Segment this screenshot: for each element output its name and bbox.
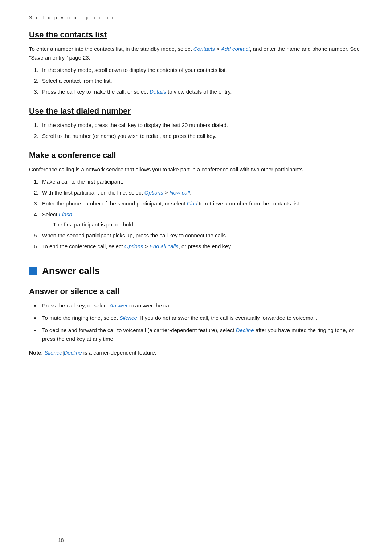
conference-step1-text: Make a call to the first participant. (42, 179, 123, 185)
answer-calls-title: Answer calls (42, 265, 100, 277)
section-title-answer-silence: Answer or silence a call (29, 287, 363, 296)
answer-bullet1-end: to answer the call. (128, 302, 173, 309)
page-number: 18 (58, 537, 64, 543)
silence-link-note[interactable]: Silence (45, 350, 62, 356)
conference-step-3: Enter the phone number of the second par… (40, 199, 363, 208)
contacts-intro-mid: > (215, 46, 221, 52)
note-line: Note: Silence|Decline is a carrier-depen… (29, 348, 363, 357)
conference-step2-mid: > (163, 189, 170, 196)
conference-step4-end: . (72, 211, 74, 217)
answer-silence-bullets: Press the call key, or select Answer to … (40, 301, 363, 343)
contacts-intro-text: To enter a number into the contacts list… (29, 46, 193, 52)
contacts-step-3: Press the call key to make the call, or … (40, 87, 363, 96)
section-blue-box (29, 267, 37, 275)
last-dialed-step-1: In the standby mode, press the call key … (40, 121, 363, 130)
answer-bullet-1: Press the call key, or select Answer to … (40, 301, 363, 310)
contacts-list-intro: To enter a number into the contacts list… (29, 45, 363, 62)
section-title-conference: Make a conference call (29, 151, 363, 160)
contacts-link[interactable]: Contacts (193, 46, 215, 52)
answer-calls-section: Answer calls (29, 265, 363, 277)
find-link[interactable]: Find (187, 200, 197, 207)
details-link[interactable]: Details (150, 89, 166, 95)
contacts-list-steps: In the standby mode, scroll down to disp… (40, 66, 363, 96)
conference-step3-end: to retrieve a number from the contacts l… (197, 200, 301, 207)
conference-intro: Conference calling is a network service … (29, 165, 363, 174)
conference-step6-mid: > (143, 243, 150, 249)
options-link-1[interactable]: Options (144, 189, 163, 196)
end-all-calls-link[interactable]: End all calls (150, 243, 179, 249)
conference-step5-text: When the second participant picks up, pr… (42, 232, 227, 238)
page-header: S e t u p y o u r p h o n e (29, 15, 363, 21)
contacts-step-1: In the standby mode, scroll down to disp… (40, 66, 363, 74)
contacts-step3-end: to view details of the entry. (166, 89, 232, 95)
last-dialed-steps: In the standby mode, press the call key … (40, 121, 363, 140)
answer-link[interactable]: Answer (110, 302, 128, 309)
conference-step4-sub: The first participant is put on hold. (53, 220, 363, 229)
add-contact-link[interactable]: Add contact (221, 46, 250, 52)
section-title-last-dialed: Use the last dialed number (29, 106, 363, 116)
conference-step-5: When the second participant picks up, pr… (40, 231, 363, 240)
note-label: Note: (29, 350, 45, 356)
last-dialed-step-2: Scroll to the number (or name) you wish … (40, 132, 363, 140)
conference-step-4: Select Flash. The first participant is p… (40, 210, 363, 229)
conference-steps: Make a call to the first participant. Wi… (40, 177, 363, 251)
answer-bullet1-text: Press the call key, or select (42, 302, 110, 309)
note-suffix: is a carrier-dependent feature. (82, 350, 156, 356)
conference-step4-text: Select (42, 211, 59, 217)
conference-step6-end: , or press the end key. (179, 243, 232, 249)
contacts-step3-text: Press the call key to make the call, or … (42, 89, 150, 95)
answer-bullet3-text: To decline and forward the call to voice… (42, 327, 236, 333)
silence-link[interactable]: Silence (119, 315, 137, 321)
decline-link-note[interactable]: Decline (64, 350, 82, 356)
conference-step-6: To end the conference call, select Optio… (40, 242, 363, 251)
answer-bullet2-text: To mute the ringing tone, select (42, 315, 119, 321)
conference-step6-text: To end the conference call, select (42, 243, 124, 249)
answer-bullet2-end: . If you do not answer the call, the cal… (137, 315, 317, 321)
new-call-link[interactable]: New call (170, 189, 190, 196)
conference-step2-text: With the first participant on the line, … (42, 189, 144, 196)
conference-step-1: Make a call to the first participant. (40, 177, 363, 186)
section-title-contacts-list: Use the contacts list (29, 30, 363, 40)
conference-step-2: With the first participant on the line, … (40, 188, 363, 197)
answer-bullet-2: To mute the ringing tone, select Silence… (40, 314, 363, 322)
flash-link[interactable]: Flash (59, 211, 72, 217)
conference-step2-end: . (190, 189, 191, 196)
contacts-step-2: Select a contact from the list. (40, 77, 363, 85)
decline-link-1[interactable]: Decline (236, 327, 254, 333)
answer-bullet-3: To decline and forward the call to voice… (40, 326, 363, 343)
options-link-2[interactable]: Options (124, 243, 143, 249)
conference-step3-text: Enter the phone number of the second par… (42, 200, 187, 207)
